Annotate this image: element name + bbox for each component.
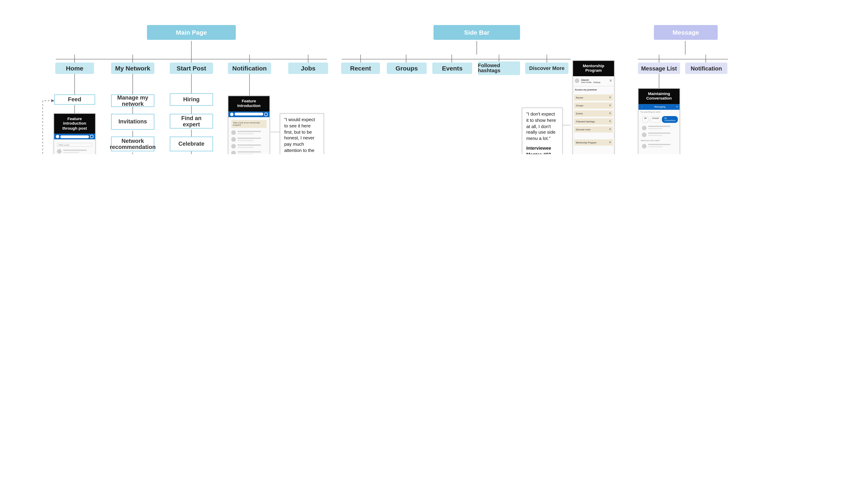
search-hint: Try searching by name [640,110,678,114]
opt-find-an-expert: Find an expert [170,114,213,129]
post-row [57,149,92,154]
mock-sidebar-mentorship-program: Mentorship Program Adarsh View ProfileSe… [573,60,614,154]
tab-home: Home [55,62,94,74]
mock-title: Feature introduction through post [54,114,95,134]
opt-invitations: Invitations [111,114,154,130]
tab-my-network: My Network [111,62,154,74]
section-side-bar: Side Bar [434,25,520,40]
sidebar-item[interactable]: Recent [574,94,613,101]
opt-network-recommendation: Network recommendation [111,137,154,151]
tab-message-list: Message List [638,62,680,74]
mock-title: Maintaining Conversation [639,89,679,104]
opt-celebrate: Celebrate [170,137,213,151]
write-post-box[interactable]: Write a post [57,143,92,147]
back-icon[interactable]: ‹ [640,105,644,108]
quote-text: "I would expect to see it here first, bu… [284,117,320,154]
tab-groups: Groups [387,62,427,74]
quote-attr: Interviewee Mentee #02 [526,146,558,154]
quote-text: "I don't expect it to show here at all, … [526,112,558,142]
search-input[interactable] [60,135,89,138]
section-message: Message [654,25,718,40]
flowchart-canvas: Main Page Side Bar Message My Profile Pa… [0,0,866,154]
tab-message-notification: Notification [685,62,728,74]
mock-feature-intro-post: Feature introduction through post Write … [54,113,96,154]
messaging-header: ‹ Messaging ✎ [639,104,679,110]
mock-title: Mentorship Program [573,61,614,76]
tab-discover-more: Discover More [525,62,568,74]
mock-body: Write a post Checkout mentorship program [54,139,95,154]
search-input[interactable] [235,113,263,116]
tab-followed-hashtags: Followed hashtags [478,61,520,75]
chat-icon[interactable] [264,113,268,116]
filter-pills[interactable]: All Unread My Connections [640,114,678,124]
close-icon[interactable]: ✕ [609,79,612,83]
opt-manage-my-network: Manage my network [111,94,154,107]
conversation-row[interactable] [640,131,678,138]
mock-maintaining-conversation: Maintaining Conversation ‹ Messaging ✎ T… [638,88,680,154]
mock-body: Adarsh View ProfileSettings ✕ Access my … [573,76,614,154]
avatar-icon [56,135,59,138]
avatar-icon [575,79,579,83]
quote-mentor-05: "I would expect to see it here first, bu… [280,113,324,154]
sidebar-item[interactable]: Groups [574,102,613,108]
section-main-page: Main Page [147,25,236,40]
tab-recent: Recent [341,62,380,74]
connector-lines [0,0,866,154]
edit-icon[interactable]: ✎ [676,105,678,108]
mock-notification-feature-intro: Feature Introduction Take a look at our … [228,95,270,154]
quote-mentee-02: "I don't expect it to show here at all, … [522,107,563,154]
sidebar-item[interactable]: Events [574,110,613,116]
sidebar-item-mentorship[interactable]: Mentorship Program [574,139,613,146]
tab-events: Events [432,62,472,74]
chat-icon[interactable] [90,135,93,138]
sidebar-menu-header: Adarsh View ProfileSettings ✕ [573,76,614,86]
tab-jobs: Jobs [288,62,328,74]
opt-feed: Feed [54,94,95,105]
notif-header-strip[interactable]: Take a look at our mentorship program! [231,120,267,128]
sidebar-item[interactable]: Followed hashtags [574,118,613,124]
mock-body: Try searching by name All Unread My Conn… [639,110,679,154]
tab-start-post: Start Post [170,62,213,74]
opt-hiring: Hiring [170,93,213,106]
tab-notification: Notification [228,62,271,74]
conversation-row[interactable] [640,124,678,131]
mock-title: Feature Introduction [229,96,269,111]
sidebar-item[interactable]: Discover more [574,126,613,133]
conversation-row[interactable] [640,143,678,149]
mock-topbar [54,134,95,140]
avatar-icon [57,149,62,154]
mock-body: Take a look at our mentorship program! [229,117,269,154]
